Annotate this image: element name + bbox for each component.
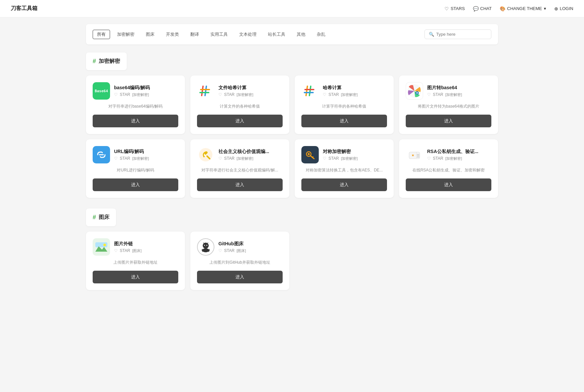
star-label[interactable]: STAR <box>120 156 130 161</box>
icon-file-hash <box>197 82 214 100</box>
card-rsa: ★ RSA公私钥生成、验证... ♡ STAR [加密解密] <box>399 139 498 198</box>
card-desc-base64: 对字符串进行base64编码/解码 <box>93 102 178 111</box>
card-top: Base64 base64编码/解码 ♡ STAR [加密解密] <box>93 82 178 100</box>
search-input[interactable] <box>436 32 487 37</box>
card-desc-img-link: 上传图片并获取外链地址 <box>93 258 178 267</box>
card-img-link: 图片外链 ♡ STAR [图床] 上传图片并获取外链地址 进入 <box>86 232 185 290</box>
filter-tab-all[interactable]: 所有 <box>93 30 110 39</box>
icon-img-base64 <box>406 82 423 100</box>
filter-tab-misc[interactable]: 杂乱 <box>312 30 330 39</box>
star-label[interactable]: STAR <box>120 248 130 253</box>
heart-icon: ♡ <box>218 156 222 161</box>
icon-img-link <box>93 238 110 256</box>
star-label[interactable]: STAR <box>328 156 339 161</box>
enter-button-github[interactable]: 进入 <box>197 271 283 283</box>
enter-button-file-hash[interactable]: 进入 <box>197 115 283 127</box>
filter-tab-dev[interactable]: 开发类 <box>162 30 183 39</box>
icon-github <box>197 238 214 256</box>
filter-tab-image-host[interactable]: 图床 <box>141 30 159 39</box>
nav-change-theme[interactable]: 🎨 CHANGE THEME ▾ <box>500 6 546 11</box>
star-label[interactable]: STAR <box>224 92 234 97</box>
section-title-image-host: 图床 <box>99 214 109 221</box>
card-title-github: GitHub图床 <box>218 241 246 247</box>
heart-icon: ♡ <box>323 92 326 97</box>
card-sym-cipher: 对称加密解密 ♡ STAR [加密解密] 对称加密算法转换工具，包含有AES、D… <box>295 139 394 198</box>
card-desc-socialist: 对字符串进行社会主义核心价值观编码/解... <box>197 166 283 174</box>
star-label[interactable]: STAR <box>120 92 130 97</box>
tag: [图床] <box>132 248 141 253</box>
tag: [加密解密] <box>132 156 149 161</box>
enter-button-base64[interactable]: 进入 <box>93 115 178 127</box>
card-hash-calc: 哈希计算 ♡ STAR [加密解密] 计算字符串的各种哈希值 进入 <box>295 76 394 134</box>
card-desc-url: 对URL进行编码/解码 <box>93 166 178 174</box>
filter-tab-text[interactable]: 文本处理 <box>235 30 261 39</box>
icon-sym-cipher <box>301 146 319 163</box>
card-desc-rsa: 在线RSA公私钥生成、验证、加密和解密 <box>406 166 491 174</box>
svg-point-29 <box>203 243 209 249</box>
star-label[interactable]: STAR <box>328 92 339 97</box>
tag: [加密解密] <box>236 92 253 97</box>
star-label[interactable]: STAR <box>433 92 443 97</box>
svg-point-30 <box>204 245 205 246</box>
main-content: 所有 加密解密 图床 开发类 翻译 实用工具 文本处理 站长工具 其他 杂乱 🔍… <box>78 17 506 307</box>
tag: [加密解密] <box>445 156 462 161</box>
svg-point-32 <box>205 246 206 247</box>
star-label[interactable]: STAR <box>224 156 234 161</box>
svg-point-27 <box>103 244 106 246</box>
svg-text:★: ★ <box>411 153 414 157</box>
nav-stars-label: STARS <box>451 6 465 11</box>
nav-stars[interactable]: ♡ STARS <box>445 6 465 11</box>
enter-button-socialist[interactable]: 进入 <box>197 178 283 191</box>
image-host-cards-grid: 图片外链 ♡ STAR [图床] 上传图片并获取外链地址 进入 <box>86 232 498 290</box>
card-socialist: 社会主义核心价值观编... ♡ STAR [加密解密] 对字符串进行社会主义核心… <box>190 139 289 198</box>
chat-icon: 💬 <box>473 6 479 11</box>
filter-bar: 所有 加密解密 图床 开发类 翻译 实用工具 文本处理 站长工具 其他 杂乱 🔍 <box>86 24 498 44</box>
card-title-file-hash: 文件哈希计算 <box>218 85 253 91</box>
svg-point-31 <box>206 245 207 246</box>
svg-line-18 <box>312 157 313 158</box>
filter-tab-encrypt[interactable]: 加密解密 <box>113 30 139 39</box>
enter-button-url[interactable]: 进入 <box>93 178 178 191</box>
enter-button-img-base64[interactable]: 进入 <box>406 115 491 127</box>
search-icon: 🔍 <box>429 32 434 37</box>
filter-tab-other[interactable]: 其他 <box>292 30 310 39</box>
filter-tab-tools[interactable]: 实用工具 <box>206 30 232 39</box>
heart-icon: ♡ <box>114 248 118 253</box>
card-desc-hash-calc: 计算字符串的各种哈希值 <box>301 102 387 111</box>
nav-login-label: LOGIN <box>560 6 573 11</box>
tag: [加密解密] <box>341 92 358 97</box>
nav-login[interactable]: ⊕ LOGIN <box>554 6 573 11</box>
login-icon: ⊕ <box>554 6 558 11</box>
chevron-down-icon: ▾ <box>544 6 546 11</box>
star-label[interactable]: STAR <box>224 248 234 253</box>
theme-icon: 🎨 <box>500 6 505 11</box>
search-box: 🔍 <box>424 29 491 39</box>
heart-icon: ♡ <box>323 156 326 161</box>
heart-icon: ♡ <box>445 6 449 11</box>
enter-button-hash-calc[interactable]: 进入 <box>301 115 387 127</box>
star-label[interactable]: STAR <box>433 156 443 161</box>
section-header-image-host: # 图床 <box>86 209 116 226</box>
svg-point-12 <box>199 148 212 161</box>
heart-icon: ♡ <box>218 92 222 97</box>
card-file-hash: 文件哈希计算 ♡ STAR [加密解密] 计算文件的各种哈希值 进入 <box>190 76 289 134</box>
header: 刀客工具箱 ♡ STARS 💬 CHAT 🎨 CHANGE THEME ▾ ⊕ … <box>0 0 584 17</box>
hash-green-svg <box>303 84 317 98</box>
card-desc-img-base64: 将图片文件转为base64格式的图片 <box>406 102 491 111</box>
icon-hash-calc <box>301 82 319 100</box>
svg-point-35 <box>202 248 209 252</box>
svg-line-4 <box>306 86 307 96</box>
svg-rect-19 <box>409 152 420 159</box>
card-title-hash-calc: 哈希计算 <box>323 85 358 91</box>
card-base64: Base64 base64编码/解码 ♡ STAR [加密解密] 对字符串进行b… <box>86 76 185 134</box>
tag: [加密解密] <box>236 156 253 161</box>
filter-tab-webmaster[interactable]: 站长工具 <box>264 30 290 39</box>
filter-tab-translate[interactable]: 翻译 <box>186 30 203 39</box>
heart-icon: ♡ <box>114 156 118 161</box>
enter-button-sym[interactable]: 进入 <box>301 178 387 191</box>
filter-tabs: 所有 加密解密 图床 开发类 翻译 实用工具 文本处理 站长工具 其他 杂乱 <box>93 30 330 39</box>
enter-button-rsa[interactable]: 进入 <box>406 178 491 191</box>
heart-icon: ♡ <box>427 156 431 161</box>
enter-button-img-link[interactable]: 进入 <box>93 271 178 283</box>
nav-chat[interactable]: 💬 CHAT <box>473 6 492 11</box>
